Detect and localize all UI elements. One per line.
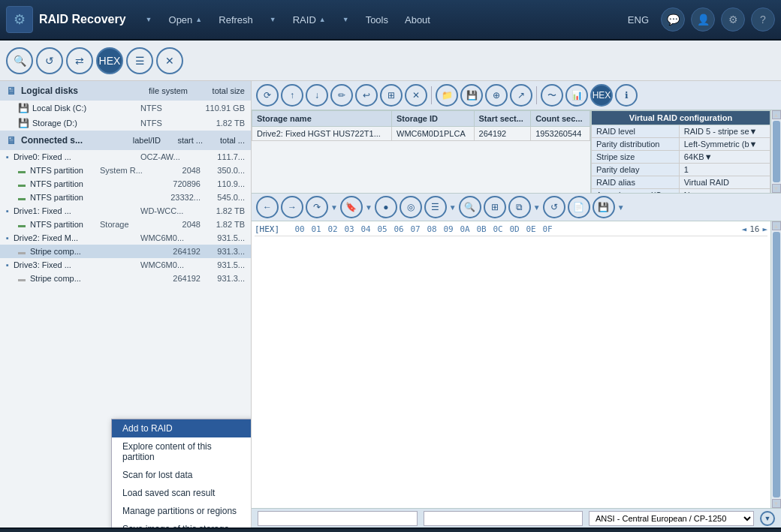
ctx-manage-partitions[interactable]: Manage partitions or regions <box>112 502 252 520</box>
hex-menu-btn[interactable]: ☰ <box>424 196 447 218</box>
st-info-btn[interactable]: ℹ <box>615 84 638 107</box>
drive0-total: 111.7... <box>204 152 245 161</box>
menu-tools[interactable]: Tools <box>358 10 396 30</box>
ntfs-part-0[interactable]: ▬ NTFS partition System R... 2048 350.0.… <box>0 164 251 177</box>
st-hex-btn[interactable]: HEX <box>590 84 613 107</box>
menu-about[interactable]: About <box>397 10 438 30</box>
ctx-scan-lost[interactable]: Scan for lost data <box>112 466 252 484</box>
raid-config-table: Virtual RAID configuration RAID level RA… <box>591 110 770 193</box>
hex-copy-btn[interactable]: ⊞ <box>484 196 506 218</box>
menu-open[interactable]: Open ▲ <box>161 10 210 30</box>
close-btn[interactable]: ✕ <box>156 47 183 74</box>
stripe-comp-1[interactable]: ▬ Stripe comp... 264192 931.3... <box>0 272 251 285</box>
menu-raid[interactable]: RAID ▲ <box>285 10 333 30</box>
st-layers-btn[interactable]: ⊕ <box>485 84 508 107</box>
scroll-thumb[interactable] <box>773 121 780 182</box>
settings-icon[interactable]: ⚙ <box>721 8 745 32</box>
hex-scroll-thumb[interactable] <box>773 232 780 497</box>
config-value: Left-Symmetric (b▼ <box>679 138 770 151</box>
st-grid-btn[interactable]: ⊞ <box>380 84 403 107</box>
st-undo-btn[interactable]: ↩ <box>355 84 378 107</box>
st-save-btn[interactable]: 💾 <box>460 84 483 107</box>
scroll-up-arrow[interactable]: ▲ <box>772 110 781 119</box>
hex-btn[interactable]: HEX <box>96 47 123 74</box>
ntfs-part-1[interactable]: ▬ NTFS partition 720896 110.9... <box>0 177 251 191</box>
st-wave-btn[interactable]: 〜 <box>541 84 563 107</box>
table-row[interactable]: Drive2: Fixed HGST HUS722T1... WMC6M0D1P… <box>252 127 590 141</box>
ntfs-part-2[interactable]: ▬ NTFS partition 23332... 545.0... <box>0 191 251 204</box>
search-btn[interactable]: 🔍 <box>6 47 33 74</box>
hex-page-btn[interactable]: 📄 <box>568 196 590 218</box>
refresh-btn[interactable]: ↺ <box>36 47 63 74</box>
menu-arrow-raid[interactable]: ▼ <box>262 11 284 28</box>
ctx-load-scan[interactable]: Load saved scan result <box>112 484 252 502</box>
st-sync-btn[interactable]: ⟳ <box>256 84 279 107</box>
raid-config-row[interactable]: RAID level RAID 5 - stripe se▼ <box>592 125 770 138</box>
hex-scroll-up[interactable]: ▲ <box>772 221 781 230</box>
st-up-btn[interactable]: ↑ <box>281 84 303 107</box>
ctx-save-image[interactable]: Save image of this storage <box>112 520 252 527</box>
hex-circle-btn[interactable]: ◎ <box>400 196 422 218</box>
list-btn[interactable]: ☰ <box>126 47 153 74</box>
encoding-arrow[interactable]: ▼ <box>760 511 775 526</box>
hex-fwd-btn[interactable]: → <box>281 196 303 218</box>
storage-section: Storage name Storage ID Start sect... Co… <box>252 110 781 193</box>
messages-icon[interactable]: 💬 <box>661 8 685 32</box>
lang-selector[interactable]: ENG <box>622 11 655 29</box>
drive0-item[interactable]: ▪ Drive0: Fixed ... OCZ-AW... 111.7... <box>0 150 251 164</box>
st-down-btn[interactable]: ↓ <box>306 84 328 107</box>
disk-d-icon: 💾 <box>18 118 29 128</box>
ntfs-part-3[interactable]: ▬ NTFS partition Storage 2048 1.82 TB <box>0 218 251 231</box>
hex-fwd2-btn[interactable]: ↷ <box>306 196 328 218</box>
st-cancel-btn[interactable]: ✕ <box>405 84 427 107</box>
hex-fwd-arrow[interactable]: ▼ <box>330 203 338 212</box>
hex-search-btn[interactable]: 🔍 <box>459 196 481 218</box>
app-title: RAID Recovery <box>39 13 126 26</box>
hex-refresh-btn[interactable]: ↺ <box>543 196 565 218</box>
status-input-2[interactable] <box>424 511 583 526</box>
hex-split-arrow[interactable]: ▼ <box>533 203 541 212</box>
hex-split-btn[interactable]: ⧉ <box>508 196 531 218</box>
menu-refresh[interactable]: Refresh <box>211 10 261 30</box>
scroll-down-arrow[interactable]: ▼ <box>772 184 781 193</box>
help-icon[interactable]: ? <box>751 8 775 32</box>
row-start: 264192 <box>474 127 531 141</box>
st-folder-btn[interactable]: 📁 <box>436 84 458 107</box>
raid-config-row[interactable]: Parity distribution Left-Symmetric (b▼ <box>592 138 770 151</box>
user-icon[interactable]: 👤 <box>691 8 715 32</box>
st-edit-btn[interactable]: ✏ <box>330 84 353 107</box>
st-export-btn[interactable]: ↗ <box>510 84 532 107</box>
hex-page-right[interactable]: ► <box>762 224 767 234</box>
logical-disk-c[interactable]: 💾 Local Disk (C:) NTFS 110.91 GB <box>0 101 251 116</box>
st-chart-btn[interactable]: 📊 <box>565 84 588 107</box>
logical-disk-d[interactable]: 💾 Storage (D:) NTFS 1.82 TB <box>0 116 251 131</box>
disk-c-fs: NTFS <box>140 104 201 113</box>
drive2-item[interactable]: ▪ Drive2: Fixed M... WMC6M0... 931.5... <box>0 231 251 245</box>
ntfs2-start: 23332... <box>163 193 201 202</box>
hex-back-btn[interactable]: ← <box>256 196 279 218</box>
status-input-1[interactable] <box>258 511 418 526</box>
hex-dot-btn[interactable]: ● <box>375 196 397 218</box>
ctx-add-to-raid[interactable]: Add to RAID <box>112 419 252 437</box>
hex-save-arrow[interactable]: ▼ <box>617 203 625 212</box>
hex-page-left[interactable]: ◄ <box>742 224 747 234</box>
drive2-label: WMC6M0... <box>140 233 201 242</box>
encoding-select[interactable]: ANSI - Central European / CP-1250 <box>589 511 754 526</box>
ctx-explore-content[interactable]: Explore content of this partition <box>112 437 252 466</box>
drive2-icon: ▪ <box>6 233 9 242</box>
menu-arrow-open[interactable]: ▼ <box>138 11 160 28</box>
drive3-item[interactable]: ▪ Drive3: Fixed ... WMC6M0... 931.5... <box>0 258 251 272</box>
raid-config-row[interactable]: Stripe size 64KB▼ <box>592 151 770 164</box>
raid-config-row[interactable]: RAID alias Virtual RAID <box>592 176 770 189</box>
stripe-comp-0[interactable]: ▬ Stripe comp... 264192 931.3... <box>0 245 251 258</box>
hex-save-btn[interactable]: 💾 <box>593 196 615 218</box>
hex-byte-header: 05 <box>375 224 390 234</box>
raid-config-row[interactable]: Parity delay 1 <box>592 164 770 176</box>
menu-arrow-tools[interactable]: ▼ <box>335 11 357 28</box>
hex-bm-arrow[interactable]: ▼ <box>365 203 372 212</box>
drive1-item[interactable]: ▪ Drive1: Fixed ... WD-WCC... 1.82 TB <box>0 204 251 218</box>
connect-btn[interactable]: ⇄ <box>66 47 93 74</box>
hex-bookmark-btn[interactable]: 🔖 <box>340 196 363 218</box>
hex-scroll-down[interactable]: ▼ <box>772 499 781 508</box>
hex-menu-arrow[interactable]: ▼ <box>449 203 457 212</box>
